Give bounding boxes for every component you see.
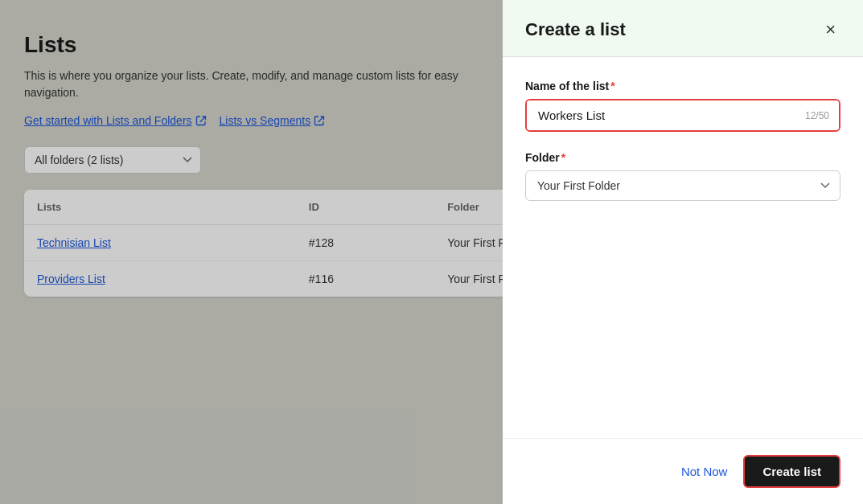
folder-select[interactable]: Your First Folder	[525, 170, 840, 201]
name-form-group: Name of the list* 12/50	[525, 80, 840, 132]
modal-body: Name of the list* 12/50 Folder* Your Fir…	[503, 57, 863, 438]
create-list-button[interactable]: Create list	[743, 455, 840, 488]
modal-overlay: Create a list × Name of the list* 12/50 …	[0, 0, 863, 504]
name-required-star: *	[610, 80, 614, 92]
folder-select-wrapper: Your First Folder	[525, 170, 840, 201]
modal-panel: Create a list × Name of the list* 12/50 …	[503, 0, 863, 504]
modal-title: Create a list	[525, 19, 626, 40]
close-button[interactable]: ×	[820, 19, 840, 40]
not-now-button[interactable]: Not Now	[681, 465, 728, 478]
name-label: Name of the list*	[525, 80, 840, 92]
char-count: 12/50	[805, 110, 829, 121]
folder-form-group: Folder* Your First Folder	[525, 151, 840, 201]
name-input-wrapper: 12/50	[525, 99, 840, 132]
modal-header: Create a list ×	[503, 0, 863, 57]
list-name-input[interactable]	[527, 100, 839, 130]
folder-label: Folder*	[525, 151, 840, 164]
folder-required-star: *	[561, 151, 565, 164]
modal-footer: Not Now Create list	[503, 438, 863, 504]
